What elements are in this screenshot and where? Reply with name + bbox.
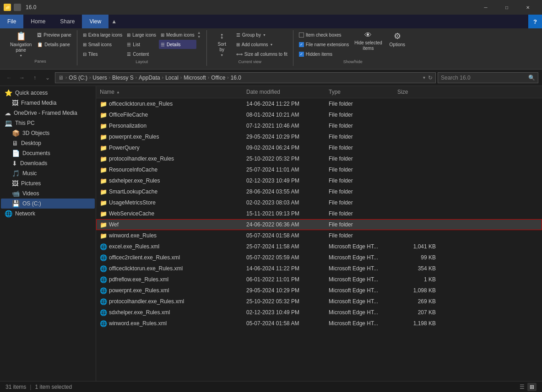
- file-name: Wef: [109, 221, 119, 228]
- maximize-button[interactable]: □: [496, 0, 517, 15]
- refresh-button[interactable]: ↻: [428, 75, 433, 81]
- sidebar-item-pictures[interactable]: 🖼Pictures: [1, 178, 95, 188]
- file-row[interactable]: 📁 WebServiceCache 15-11-2021 09:13 PM Fi…: [96, 208, 542, 219]
- item-checkboxes-checkbox[interactable]: [299, 32, 304, 38]
- sidebar-item-framed-media[interactable]: 🖼Framed Media: [1, 98, 95, 108]
- file-row[interactable]: 🌐 protocolhandler.exe_Rules.xml 25-10-20…: [96, 296, 542, 307]
- sidebar-item-documents[interactable]: 📄Documents: [1, 148, 95, 158]
- tiles-button[interactable]: ⊟ Tiles: [81, 49, 124, 59]
- menu-tab-share[interactable]: Share: [53, 15, 82, 28]
- minimize-ribbon-button[interactable]: ▲: [108, 15, 119, 28]
- file-row[interactable]: 📁 OfficeFileCache 08-01-2024 10:21 AM Fi…: [96, 109, 542, 120]
- breadcrumb-5[interactable]: Microsoft: [184, 75, 206, 81]
- sidebar-item-videos[interactable]: 📹Videos: [1, 188, 95, 199]
- details-view-button[interactable]: ☰: [517, 383, 526, 391]
- large-icons-button[interactable]: ⊞ Large icons: [125, 30, 158, 39]
- breadcrumb-0[interactable]: OS (C:): [69, 75, 87, 81]
- sidebar-item-3d-objects[interactable]: 📦3D Objects: [1, 128, 95, 138]
- file-row[interactable]: 📁 Wef 24-06-2022 06:36 AM File folder: [96, 219, 542, 230]
- breadcrumb-1[interactable]: Users: [92, 75, 107, 81]
- file-row[interactable]: 🌐 excel.exe_Rules.xml 25-07-2024 11:58 A…: [96, 241, 542, 252]
- file-icon: 🌐: [100, 254, 107, 261]
- sidebar-item-network[interactable]: 🌐Network: [1, 209, 95, 219]
- medium-icons-button[interactable]: ⊞ Medium icons: [159, 30, 196, 39]
- breadcrumb-7[interactable]: 16.0: [231, 75, 241, 81]
- menu-tab-view[interactable]: View: [82, 15, 108, 28]
- menu-tab-file[interactable]: File: [0, 15, 23, 28]
- details-button[interactable]: ☰ Details: [159, 40, 196, 49]
- sidebar-item-onedrive[interactable]: ☁OneDrive - Framed Media: [1, 108, 95, 118]
- extra-large-icons-button[interactable]: ⊞ Extra large icons: [81, 30, 124, 39]
- file-row[interactable]: 🌐 officec2rclient.exe_Rules.xml 05-07-20…: [96, 252, 542, 263]
- hidden-items-option[interactable]: Hidden items: [297, 49, 351, 59]
- group-by-button[interactable]: ☰ Group by ▼: [234, 30, 289, 39]
- file-row[interactable]: 🌐 pdfreflow.exe_Rules.xml 06-01-2022 11:…: [96, 274, 542, 285]
- add-columns-button[interactable]: ⊞ Add columns ▼: [234, 40, 289, 49]
- breadcrumb-2[interactable]: Blessy S: [112, 75, 134, 81]
- nav-up-button[interactable]: ↑: [29, 72, 40, 83]
- sidebar-item-os-c[interactable]: 💾OS (C:): [1, 199, 95, 209]
- file-name-cell: 🌐 officeclicktorun.exe_Rules.xml: [96, 265, 243, 272]
- file-date: 02-12-2023 10:49 PM: [243, 177, 325, 184]
- list-button[interactable]: ☰ List: [125, 40, 158, 49]
- file-name: officeclicktorun.exe_Rules: [109, 101, 173, 107]
- file-row[interactable]: 🌐 winword.exe_Rules.xml 05-07-2024 01:58…: [96, 318, 542, 329]
- minimize-button[interactable]: ─: [475, 0, 496, 15]
- file-row[interactable]: 📁 officeclicktorun.exe_Rules 14-06-2024 …: [96, 98, 542, 109]
- breadcrumb-4[interactable]: Local: [165, 75, 179, 81]
- file-row[interactable]: 📁 PowerQuery 09-02-2024 06:24 PM File fo…: [96, 142, 542, 153]
- menu-tab-home[interactable]: Home: [23, 15, 53, 28]
- breadcrumb-6[interactable]: Office: [211, 75, 225, 81]
- column-size-header[interactable]: Size: [394, 88, 439, 96]
- content-button[interactable]: ☰ Content: [125, 49, 158, 59]
- file-name: officec2rclient.exe_Rules.xml: [109, 254, 180, 261]
- size-columns-button[interactable]: ⟺ Size all columns to fit: [234, 49, 289, 59]
- column-type-header[interactable]: Type: [325, 88, 394, 96]
- options-button[interactable]: ⚙ Options: [386, 30, 409, 48]
- file-row[interactable]: 📁 ResourceInfoCache 25-07-2024 11:01 AM …: [96, 164, 542, 175]
- nav-forward-button[interactable]: →: [16, 72, 27, 83]
- large-view-button[interactable]: ⊞: [527, 383, 537, 391]
- sidebar-item-desktop[interactable]: 🖥Desktop: [1, 138, 95, 148]
- search-bar[interactable]: Search 16.0 🔍: [438, 72, 538, 83]
- file-row[interactable]: 📁 winword.exe_Rules 05-07-2024 01:58 AM …: [96, 230, 542, 241]
- sidebar-item-quick-access[interactable]: ⭐Quick access: [1, 88, 95, 98]
- file-extensions-option[interactable]: File name extensions: [297, 40, 351, 49]
- file-row[interactable]: 🌐 sdxhelper.exe_Rules.xml 02-12-2023 10:…: [96, 307, 542, 318]
- close-button[interactable]: ✕: [517, 0, 538, 15]
- file-row[interactable]: 📁 sdxhelper.exe_Rules 02-12-2023 10:49 P…: [96, 175, 542, 186]
- layout-scroll-up[interactable]: ▲: [197, 31, 203, 35]
- file-extensions-checkbox[interactable]: [299, 42, 304, 47]
- file-row[interactable]: 📁 SmartLookupCache 28-06-2024 03:55 AM F…: [96, 186, 542, 197]
- details-pane-button[interactable]: 📋 Details pane: [35, 40, 73, 49]
- nav-recent-button[interactable]: ⌄: [42, 72, 53, 83]
- sidebar-label-quick-access: Quick access: [15, 90, 48, 96]
- hide-selected-button[interactable]: 👁 Hide selecteditems: [352, 30, 385, 52]
- navigation-pane-button[interactable]: 📋 Navigationpane ▼: [7, 30, 34, 58]
- column-date-header[interactable]: Date modified: [243, 88, 325, 96]
- tiles-label: Tiles: [88, 52, 98, 57]
- item-checkboxes-option[interactable]: Item check boxes: [297, 30, 351, 39]
- sidebar-item-music[interactable]: 🎵Music: [1, 168, 95, 178]
- file-row[interactable]: 🌐 officeclicktorun.exe_Rules.xml 14-06-2…: [96, 263, 542, 274]
- file-name: winword.exe_Rules: [109, 232, 157, 239]
- preview-pane-button[interactable]: 🖼 Preview pane: [35, 30, 73, 39]
- file-row[interactable]: 📁 powerpnt.exe_Rules 29-05-2024 10:29 PM…: [96, 131, 542, 142]
- file-row[interactable]: 📁 UsageMetricsStore 02-02-2023 08:03 AM …: [96, 197, 542, 208]
- column-name-header[interactable]: Name ▲: [96, 88, 243, 96]
- hidden-items-checkbox[interactable]: [299, 52, 304, 57]
- sidebar-item-downloads[interactable]: ⬇Downloads: [1, 158, 95, 168]
- sort-by-button[interactable]: ↕ Sortby ▼: [211, 30, 233, 58]
- breadcrumb-sep-2: ›: [109, 75, 110, 80]
- help-button[interactable]: ?: [528, 15, 542, 28]
- address-bar[interactable]: 🖥 › OS (C:) › Users › Blessy S › AppData…: [55, 72, 436, 83]
- small-icons-button[interactable]: ⊞ Small icons: [81, 40, 124, 49]
- nav-back-button[interactable]: ←: [4, 72, 15, 83]
- breadcrumb-3[interactable]: AppData: [139, 75, 160, 81]
- layout-scroll-down[interactable]: ▼: [197, 35, 203, 39]
- file-row[interactable]: 🌐 powerpnt.exe_Rules.xml 29-05-2024 10:2…: [96, 285, 542, 296]
- file-row[interactable]: 📁 Personalization 07-12-2021 10:46 AM Fi…: [96, 120, 542, 131]
- address-dropdown[interactable]: ▾: [423, 75, 425, 80]
- sidebar-item-this-pc[interactable]: 💻This PC: [1, 118, 95, 128]
- file-row[interactable]: 📁 protocolhandler.exe_Rules 25-10-2022 0…: [96, 153, 542, 164]
